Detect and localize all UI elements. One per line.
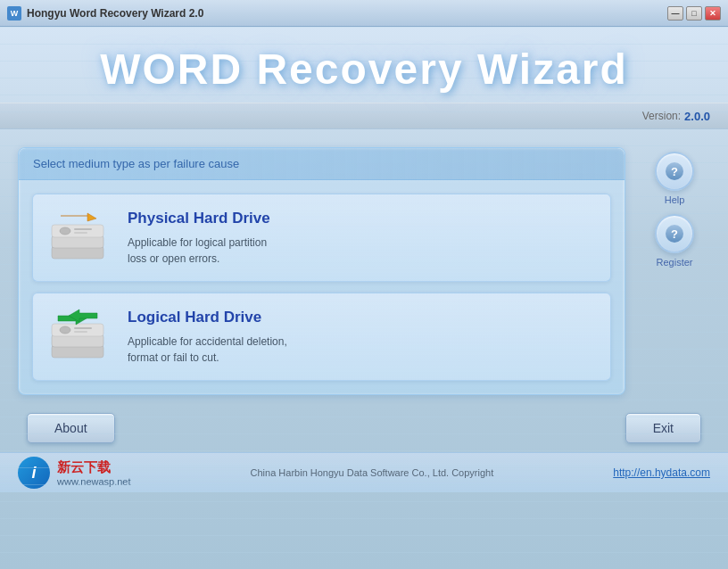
content-area: Select medium type as per failure cause [0,129,728,404]
physical-drive-info: Physical Hard Drive Applicable for logic… [128,210,596,267]
title-bar: W Hongyu Word Recovery Wizard 2.0 — □ ✕ [0,0,728,27]
main-window: WORD Recovery Wizard Version: 2.0.0 Sele… [0,27,728,569]
panel-body: Physical Hard Drive Applicable for logic… [19,180,625,394]
logo-text: i [31,464,36,482]
svg-rect-9 [52,324,103,336]
title-bar-left: W Hongyu Word Recovery Wizard 2.0 [7,6,203,21]
physical-drive-icon [47,209,110,267]
register-label: Register [657,257,693,268]
svg-rect-5 [74,232,87,234]
about-button[interactable]: About [27,413,115,443]
footer-brand: 新云下载 www.newasp.net [57,459,131,487]
app-icon: W [7,6,21,21]
minimize-button[interactable]: — [667,6,683,21]
exit-button[interactable]: Exit [625,413,701,443]
title-bar-controls: — □ ✕ [667,6,721,21]
button-row: About Exit [0,404,728,452]
brand-url: www.newasp.net [57,476,131,487]
app-title: WORD Recovery Wizard [18,45,710,94]
footer-website[interactable]: http://en.hydata.com [613,466,710,479]
help-icon: ? [666,162,683,180]
sidebar-buttons: ? Help ? Register [639,147,710,395]
footer-left: i 新云下载 www.newasp.net [18,457,131,489]
panel-header: Select medium type as per failure cause [19,148,625,180]
maximize-button[interactable]: □ [686,6,702,21]
footer-copyright: China Harbin Hongyu Data Software Co., L… [251,467,494,478]
version-label: Version: [642,110,681,122]
close-button[interactable]: ✕ [705,6,721,21]
register-button-circle[interactable]: ? [655,214,694,253]
physical-drive-title: Physical Hard Drive [128,210,596,227]
physical-drive-card[interactable]: Physical Hard Drive Applicable for logic… [32,194,611,282]
footer-logo: i [18,457,50,489]
svg-rect-2 [52,225,103,237]
main-panel: Select medium type as per failure cause [18,147,625,395]
logical-drive-title: Logical Hard Drive [128,309,596,326]
register-button[interactable]: ? Register [655,214,694,268]
help-button-circle[interactable]: ? [655,152,694,191]
svg-rect-4 [74,228,92,230]
footer: i 新云下载 www.newasp.net China Harbin Hongy… [0,452,728,492]
window-title: Hongyu Word Recovery Wizard 2.0 [27,7,203,20]
svg-point-3 [60,227,70,235]
version-bar: Version: 2.0.0 [0,103,728,129]
svg-rect-11 [74,327,92,329]
register-icon: ? [666,225,683,243]
app-header: WORD Recovery Wizard [0,27,728,103]
brand-chinese: 新云下载 [57,459,131,476]
version-number: 2.0.0 [684,110,710,123]
logical-drive-info: Logical Hard Drive Applicable for accide… [128,309,596,366]
help-button[interactable]: ? Help [655,152,694,205]
physical-drive-desc: Applicable for logical partitionloss or … [128,235,596,267]
logical-drive-desc: Applicable for accidental deletion,forma… [128,334,596,366]
svg-marker-6 [61,213,96,221]
svg-point-10 [60,326,70,334]
svg-rect-12 [74,331,87,333]
help-label: Help [665,194,685,205]
logical-drive-icon [47,308,110,366]
logical-drive-card[interactable]: Logical Hard Drive Applicable for accide… [32,293,611,381]
